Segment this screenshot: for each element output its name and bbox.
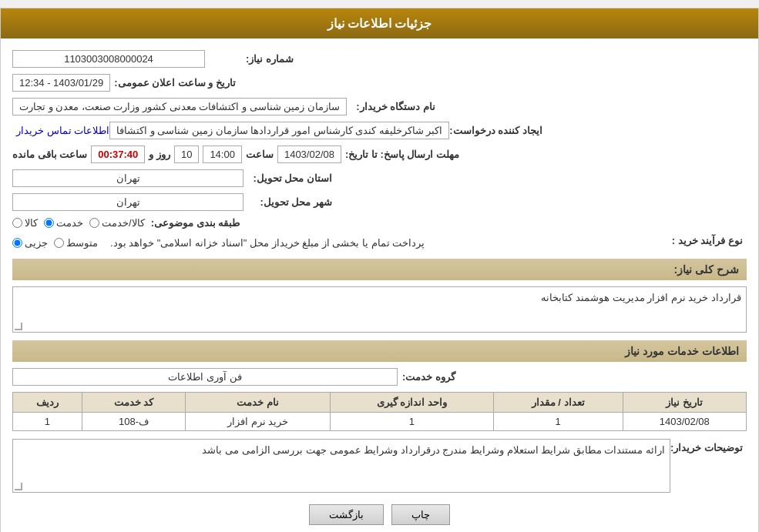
need-description-section-header: شرح کلی نیاز: [12,259,747,280]
services-table: تاریخ نیاز تعداد / مقدار واحد اندازه گیر… [12,392,747,431]
page-header: جزئیات اطلاعات نیاز [1,8,758,38]
delivery-city-value: تهران [12,193,243,211]
need-number-label: شماره نیاز: [205,53,297,65]
col-service-code: کد خدمت [82,393,185,413]
khedmat-label: خدمت [56,217,83,229]
creator-label: ایجاد کننده درخواست: [449,125,546,136]
buttons-row: چاپ بازگشت [12,504,747,525]
classification-kala[interactable]: کالا [12,217,38,229]
content-area: شماره نیاز: 1103003008000024 تاریخ و ساع… [1,38,758,532]
response-date-value: 1403/02/08 [277,146,341,163]
notes-box: ارائه مستندات مطابق شرایط استعلام وشرایط… [12,439,670,493]
need-number-value: 1103003008000024 [12,50,205,68]
classification-row: طبقه بندی موضوعی: کالا/خدمت خدمت کالا [12,217,747,229]
cell-unit: 1 [331,413,494,431]
table-row: 1403/02/08 1 1 خرید نرم افزار ف-108 1 [13,413,747,431]
need-description-value: قرارداد خرید نرم افزار مدیریت هوشمند کتا… [541,292,741,303]
service-group-label: گروه خدمت: [398,371,459,383]
kala-label: کالا [25,217,38,229]
col-date: تاریخ نیاز [623,393,746,413]
cell-quantity: 1 [493,413,623,431]
response-remaining-value: 00:37:40 [91,146,145,163]
delivery-city-label: شهر محل تحویل: [243,196,336,208]
cell-row-num: 1 [13,413,82,431]
response-deadline-label: مهلت ارسال پاسخ: تا تاریخ: [345,149,459,160]
kala-khedmat-label: کالا/خدمت [102,217,145,229]
kala-radio[interactable] [12,218,22,228]
notes-resize-handle [15,483,22,490]
khedmat-radio[interactable] [44,218,54,228]
services-section-header: اطلاعات خدمات مورد نیاز [12,340,747,362]
service-group-value: فن آوری اطلاعات [12,368,398,386]
response-time-value: 14:00 [203,146,242,163]
buyer-notes-row: توضیحات خریدار: ارائه مستندات مطابق شرای… [12,439,747,493]
need-description-label: شرح کلی نیاز: [674,263,739,276]
buyer-notes-label: توضیحات خریدار: [670,439,747,453]
delivery-province-row: استان محل تحویل: تهران [12,169,747,187]
page-title: جزئیات اطلاعات نیاز [327,17,432,30]
buyer-org-value: سازمان زمین شناسی و اکتشافات معدنی کشور … [12,98,347,115]
datetime-label: تاریخ و ساعت اعلان عمومی: [114,77,236,89]
back-button[interactable]: بازگشت [309,504,384,525]
process-type-label: نوع فرآیند خرید : [654,235,747,246]
mutawassit-radio[interactable] [54,238,64,248]
response-remaining-label: ساعت باقی مانده [12,149,87,160]
resize-handle [15,323,22,330]
jozii-label: جزیی [25,237,48,249]
need-number-row: شماره نیاز: 1103003008000024 [12,50,747,68]
classification-kala-khedmat[interactable]: کالا/خدمت [89,217,145,229]
mutawassit-label: متوسط [66,237,98,249]
buyer-notes-value: ارائه مستندات مطابق شرایط استعلام وشرایط… [202,444,665,456]
process-mutawassit[interactable]: متوسط [54,237,98,249]
classification-label: طبقه بندی موضوعی: [151,217,240,229]
contact-link[interactable]: اطلاعات تماس خریدار [16,125,109,136]
buyer-org-row: نام دستگاه خریدار: سازمان زمین شناسی و ا… [12,98,747,115]
response-days-label: روز و [149,149,170,160]
datetime-row: تاریخ و ساعت اعلان عمومی: 1403/01/29 - 1… [12,74,747,92]
cell-service-name: خرید نرم افزار [186,413,331,431]
cell-service-code: ف-108 [82,413,185,431]
col-row-num: ردیف [13,393,82,413]
creator-row: ایجاد کننده درخواست: اکبر شاکرخلیفه کندی… [12,122,747,139]
page-container: جزئیات اطلاعات نیاز شماره نیاز: 11030030… [0,8,759,532]
deadline-row: مهلت ارسال پاسخ: تا تاریخ: 1403/02/08 سا… [12,146,747,163]
process-type-row: نوع فرآیند خرید : پرداخت تمام یا بخشی از… [12,235,747,251]
cell-date: 1403/02/08 [623,413,746,431]
process-jozii[interactable]: جزیی [12,237,48,249]
jozii-radio[interactable] [12,238,22,248]
services-section-label: اطلاعات خدمات مورد نیاز [625,345,739,357]
table-header-row: تاریخ نیاز تعداد / مقدار واحد اندازه گیر… [13,393,747,413]
col-quantity: تعداد / مقدار [493,393,623,413]
delivery-province-value: تهران [12,169,243,187]
process-text: پرداخت تمام یا بخشی از مبلغ خریداز محل "… [104,235,431,251]
creator-value: اکبر شاکرخلیفه کندی کارشناس امور قرارداد… [109,122,449,139]
print-button[interactable]: چاپ [391,504,450,525]
response-days-value: 10 [174,146,199,163]
col-unit: واحد اندازه گیری [331,393,494,413]
classification-khedmat[interactable]: خدمت [44,217,83,229]
service-group-row: گروه خدمت: فن آوری اطلاعات [12,368,747,386]
col-service-name: نام خدمت [186,393,331,413]
buyer-org-label: نام دستگاه خریدار: [347,101,439,112]
delivery-province-label: استان محل تحویل: [243,172,336,184]
need-description-box: قرارداد خرید نرم افزار مدیریت هوشمند کتا… [12,286,747,333]
delivery-city-row: شهر محل تحویل: تهران [12,193,747,211]
datetime-value: 1403/01/29 - 12:34 [12,74,110,92]
kala-khedmat-radio[interactable] [89,218,99,228]
response-time-label: ساعت [246,149,274,160]
